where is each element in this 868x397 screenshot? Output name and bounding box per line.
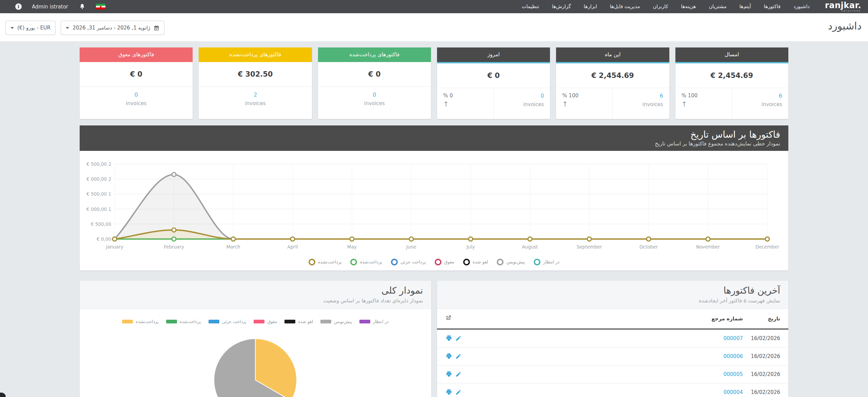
legend-ring-icon bbox=[350, 259, 357, 265]
arrow-up-icon: ↑ bbox=[682, 101, 726, 107]
nav-item-3[interactable]: مشتریان bbox=[702, 0, 733, 13]
pie-legend-item-1[interactable]: پرداخت‌شده bbox=[166, 319, 201, 324]
stat-card-percent-cell: % 0↑ bbox=[437, 88, 493, 119]
nav-item-9[interactable]: تنظیمات bbox=[515, 0, 546, 13]
data-point[interactable] bbox=[172, 228, 176, 232]
nav-item-1[interactable]: فاکتورها bbox=[757, 0, 787, 13]
legend-ring-icon bbox=[534, 259, 540, 265]
user-menu[interactable]: Admin istrator bbox=[32, 4, 68, 10]
data-point[interactable] bbox=[587, 237, 591, 241]
legend-label: پیش‌نویس bbox=[334, 319, 352, 324]
pie-legend-item-0[interactable]: پرداخت‌نشده bbox=[122, 319, 158, 324]
invoice-row-3: 16/02/2026000004 bbox=[437, 383, 789, 397]
nav-item-5[interactable]: کاربران bbox=[647, 0, 675, 13]
stat-card-value: € 302.50 bbox=[199, 62, 312, 87]
nav-item-0[interactable]: داشبورد bbox=[787, 0, 816, 13]
invoice-row-1: 16/02/2026000006 bbox=[437, 348, 789, 365]
print-icon[interactable] bbox=[445, 389, 453, 396]
invoice-actions bbox=[445, 389, 692, 396]
nav-item-4[interactable]: هزینه‌ها bbox=[675, 0, 703, 13]
data-point[interactable] bbox=[172, 237, 176, 241]
stat-card-footer: % 100↑6invoices bbox=[675, 88, 788, 119]
invoices-count-link[interactable]: 0 bbox=[318, 92, 431, 98]
invoice-link[interactable]: 000007 bbox=[724, 335, 743, 341]
line-legend-item-3[interactable]: معوق bbox=[435, 259, 454, 265]
info-icon[interactable]: i bbox=[15, 3, 22, 10]
invoice-link[interactable]: 000006 bbox=[724, 353, 743, 359]
data-point[interactable] bbox=[469, 237, 473, 241]
nav-item-2[interactable]: آیتم‌ها bbox=[733, 0, 757, 13]
bell-icon[interactable] bbox=[78, 3, 86, 11]
data-point[interactable] bbox=[172, 172, 176, 176]
data-point[interactable] bbox=[113, 237, 117, 241]
legend-label: پرداخت‌نشده bbox=[318, 259, 342, 264]
line-legend-item-6[interactable]: در انتظار bbox=[534, 259, 559, 265]
data-point[interactable] bbox=[350, 237, 354, 241]
invoice-reference: 000004 bbox=[692, 389, 743, 395]
stat-card-5: امسال€ 2,454.69% 100↑6invoices bbox=[675, 47, 788, 119]
invoices-table-header: تاریخ شماره مرجع bbox=[437, 309, 789, 330]
edit-icon[interactable] bbox=[455, 389, 462, 396]
edit-icon[interactable] bbox=[455, 353, 462, 360]
x-axis-month-label: April bbox=[288, 244, 298, 250]
invoices-count-link[interactable]: 2 bbox=[199, 92, 312, 98]
invoices-count-link[interactable]: 6 bbox=[619, 93, 663, 99]
pie-legend-item-3[interactable]: معوق bbox=[254, 319, 277, 324]
invoices-panel-title: آخرین فاکتورها bbox=[445, 285, 781, 296]
line-legend-item-1[interactable]: پرداخت‌شده bbox=[350, 259, 382, 265]
legend-label: معوق bbox=[444, 259, 454, 264]
dashboard-page: ranjkar. solutions داشبوردفاکتورهاآیتم‌ه… bbox=[0, 0, 868, 397]
edit-icon[interactable] bbox=[455, 335, 462, 342]
stat-card-4: این ماه€ 2,454.69% 100↑6invoices bbox=[556, 47, 669, 119]
legend-label: پرداخت‌شده bbox=[360, 259, 382, 264]
invoice-link[interactable]: 000004 bbox=[724, 389, 743, 395]
invoices-count-label: invoices bbox=[318, 100, 431, 106]
pie-chart[interactable] bbox=[208, 333, 303, 397]
line-legend-item-0[interactable]: پرداخت‌نشده bbox=[309, 259, 342, 265]
language-flag-icon[interactable]: ◆ bbox=[96, 4, 105, 9]
y-axis-tick-label: € 500,00 2 bbox=[86, 161, 111, 167]
stat-card-footer: 0invoices bbox=[318, 87, 431, 118]
print-icon[interactable] bbox=[445, 335, 453, 342]
data-point[interactable] bbox=[231, 237, 235, 241]
invoice-link[interactable]: 000005 bbox=[724, 371, 743, 377]
pie-legend-item-5[interactable]: پیش‌نویس bbox=[320, 319, 352, 324]
print-icon[interactable] bbox=[445, 353, 453, 360]
legend-label: لغو شده bbox=[473, 259, 488, 264]
data-point[interactable] bbox=[647, 237, 651, 241]
pie-legend-item-6[interactable]: در انتظار bbox=[359, 319, 389, 324]
invoices-count-label: invoices bbox=[738, 101, 782, 107]
legend-label: در انتظار bbox=[543, 259, 559, 264]
pie-legend-item-4[interactable]: لغو شده bbox=[284, 319, 313, 324]
data-point[interactable] bbox=[409, 237, 413, 241]
invoices-count-link[interactable]: 0 bbox=[500, 93, 544, 99]
edit-icon[interactable] bbox=[455, 371, 462, 378]
legend-swatch-icon bbox=[122, 320, 133, 323]
navbar-menu-group: ranjkar. solutions داشبوردفاکتورهاآیتم‌ه… bbox=[515, 0, 861, 13]
pie-legend-item-2[interactable]: پرداخت جزئی bbox=[209, 319, 246, 324]
nav-item-6[interactable]: مدیریت فایل‌ها bbox=[604, 0, 647, 13]
line-legend-item-4[interactable]: لغو شده bbox=[463, 259, 488, 265]
print-icon[interactable] bbox=[445, 371, 453, 378]
invoices-count-link[interactable]: 0 bbox=[80, 92, 193, 98]
date-range-picker[interactable]: ژانویه 1, 2026 - دسامبر 31, 2026 bbox=[61, 21, 164, 35]
stat-card-footer-split: % 100↑6invoices bbox=[675, 88, 788, 119]
line-legend-item-5[interactable]: پیش‌نویس bbox=[497, 259, 525, 265]
line-legend-item-2[interactable]: پرداخت جزئی bbox=[391, 259, 426, 265]
legend-swatch-icon bbox=[320, 320, 331, 323]
stat-card-footer: % 0↑0invoices bbox=[437, 88, 550, 119]
nav-item-7[interactable]: ابزارها bbox=[577, 0, 604, 13]
data-point[interactable] bbox=[528, 237, 532, 241]
invoice-actions bbox=[445, 335, 692, 342]
currency-selector[interactable]: EUR - یورو (€) bbox=[5, 21, 56, 35]
nav-item-8[interactable]: گزارش‌ها bbox=[546, 0, 577, 13]
brand-logo[interactable]: ranjkar. solutions bbox=[825, 1, 861, 12]
data-point[interactable] bbox=[706, 237, 710, 241]
invoices-count-link[interactable]: 6 bbox=[738, 93, 782, 99]
legend-ring-icon bbox=[309, 259, 315, 265]
overall-chart-panel: نمودار کلی نمودار دایره‌ای تعداد فاکتوره… bbox=[80, 281, 431, 397]
data-point[interactable] bbox=[765, 237, 769, 241]
open-invoices-list-icon[interactable] bbox=[445, 315, 692, 322]
data-point[interactable] bbox=[291, 237, 295, 241]
line-chart[interactable]: € 0,00€ 500,00€ 000,00 1€ 500,00 1€ 000,… bbox=[80, 151, 788, 254]
